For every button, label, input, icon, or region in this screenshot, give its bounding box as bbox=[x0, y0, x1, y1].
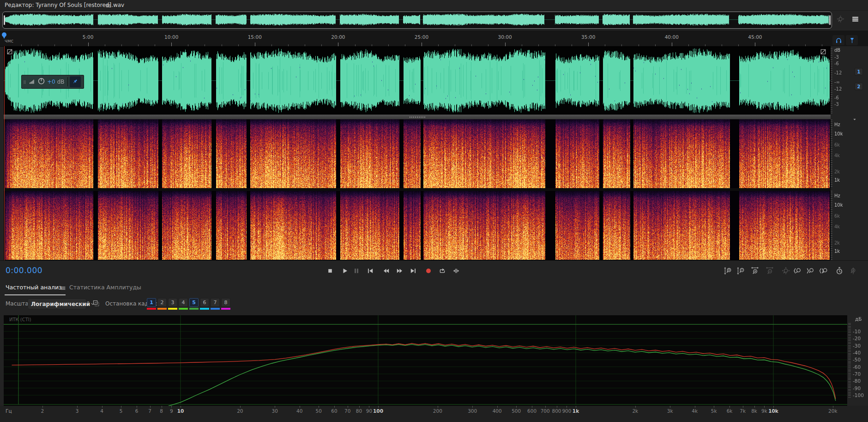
waveform-spectral-splitter[interactable] bbox=[4, 115, 831, 119]
amplitude-unit-label: dB bbox=[834, 48, 840, 53]
hold-frame-2-button[interactable]: 2 bbox=[157, 298, 167, 307]
gain-value[interactable]: +0 bbox=[47, 79, 55, 85]
x-tick bbox=[102, 406, 102, 408]
playhead-marker[interactable] bbox=[2, 32, 7, 40]
zoom-full-button[interactable] bbox=[848, 265, 859, 276]
hold-frame-4-button[interactable]: 4 bbox=[179, 298, 188, 307]
hold-frame-5-button[interactable]: 5 bbox=[189, 298, 199, 307]
hold-frame-6-button[interactable]: 6 bbox=[200, 298, 209, 307]
pin-hud-button[interactable] bbox=[70, 76, 81, 87]
skip-to-end-button[interactable] bbox=[408, 265, 419, 276]
layout-button[interactable] bbox=[850, 14, 861, 25]
title-bar: Редактор: Tyranny Of Souls [restored].wa… bbox=[0, 0, 868, 11]
zoom-reset-button[interactable] bbox=[835, 14, 846, 25]
spectrogram-channel-2[interactable] bbox=[4, 191, 831, 260]
spectral-menu-button[interactable] bbox=[852, 115, 857, 124]
scale-dropdown[interactable]: Логарифмический bbox=[28, 299, 86, 309]
x-tick-label: 2k bbox=[627, 408, 644, 414]
zoom-in-vertical-button[interactable] bbox=[723, 265, 734, 276]
hold-frame-1-button[interactable]: 1 bbox=[147, 298, 156, 307]
zoom-out-horizontal-button[interactable] bbox=[764, 265, 775, 276]
timeline-ruler[interactable]: чмс 5:0010:0015:0020:0025:0030:0035:0040… bbox=[0, 31, 868, 47]
navigator-right-handle[interactable] bbox=[829, 15, 831, 25]
frequency-scale-label: 6k bbox=[834, 214, 840, 219]
pin-tool-button[interactable] bbox=[846, 35, 858, 45]
layout-icon bbox=[851, 15, 859, 23]
zoom-reset-button[interactable] bbox=[780, 265, 791, 276]
x-tick-label: 300 bbox=[464, 408, 481, 414]
amplitude-scale-label: -12 bbox=[834, 70, 842, 75]
triangle-down-icon bbox=[852, 116, 857, 122]
zoom-out-point-button[interactable] bbox=[805, 265, 816, 276]
hold-frame-color-swatch bbox=[189, 308, 199, 310]
hold-frame-8-button[interactable]: 8 bbox=[221, 298, 230, 307]
y-tick-label: -60 bbox=[853, 364, 861, 370]
frequency-analysis-plot[interactable]: ИТК (СТI) bbox=[4, 315, 847, 406]
stop-button[interactable] bbox=[325, 265, 336, 276]
tab-menu-button[interactable] bbox=[60, 284, 66, 293]
zoom-in-point-button[interactable] bbox=[792, 265, 803, 276]
hold-frame-7-button[interactable]: 7 bbox=[211, 298, 220, 307]
x-tick bbox=[359, 406, 360, 408]
x-tick-label: 3k bbox=[662, 408, 678, 414]
x-tick-label: 2 bbox=[34, 408, 51, 414]
spectrogram-channel-1[interactable] bbox=[4, 119, 831, 188]
timer-button[interactable] bbox=[834, 265, 845, 276]
navigator-left-handle[interactable] bbox=[4, 15, 5, 25]
time-display[interactable]: 0:00.000 bbox=[6, 266, 42, 275]
loop-playback-button[interactable] bbox=[437, 265, 448, 276]
plot-overlay-label: ИТК (СТI) bbox=[9, 317, 31, 322]
divider bbox=[67, 77, 68, 86]
copy-graph-button[interactable] bbox=[90, 299, 101, 309]
zoom-out-vertical-button[interactable] bbox=[735, 265, 747, 276]
playhead-line bbox=[4, 46, 5, 260]
x-tick bbox=[334, 406, 335, 408]
skip-end-icon bbox=[410, 267, 417, 275]
zoom-in-horizontal-button[interactable] bbox=[749, 265, 760, 276]
x-tick bbox=[240, 406, 241, 408]
record-button[interactable] bbox=[423, 265, 434, 276]
x-tick bbox=[695, 406, 695, 408]
overview-waveform[interactable] bbox=[4, 13, 830, 26]
drag-grip-icon[interactable] bbox=[23, 78, 27, 86]
x-tick bbox=[497, 406, 498, 408]
channel-2-button[interactable]: 2 bbox=[855, 83, 863, 90]
corner-handle-icon[interactable] bbox=[820, 48, 827, 55]
skip-selection-button[interactable] bbox=[451, 265, 462, 276]
x-tick bbox=[472, 406, 473, 408]
ruler-tick bbox=[588, 43, 589, 46]
tab-frequency-analysis[interactable]: Частотный анализ bbox=[6, 284, 62, 291]
play-button[interactable] bbox=[339, 265, 350, 276]
x-axis-unit: Гц bbox=[6, 408, 12, 414]
skip-to-start-button[interactable] bbox=[365, 265, 376, 276]
channel-1-button[interactable]: 1 bbox=[855, 68, 863, 75]
y-tick-label: -50 bbox=[853, 357, 861, 362]
gain-knob-icon[interactable] bbox=[37, 77, 45, 87]
hold-frame-3-button[interactable]: 3 bbox=[168, 298, 177, 307]
zoom-selection-button[interactable] bbox=[818, 265, 829, 276]
x-tick-label: 30 bbox=[266, 408, 283, 414]
x-tick-label: 5k bbox=[705, 408, 722, 414]
pause-button[interactable] bbox=[351, 265, 362, 276]
x-tick bbox=[670, 406, 670, 408]
frequency-scale-label: 4k bbox=[834, 153, 840, 158]
x-tick bbox=[438, 406, 438, 408]
splitter-grip[interactable] bbox=[410, 116, 425, 118]
rewind-button[interactable] bbox=[380, 265, 392, 276]
headphones-button[interactable] bbox=[832, 35, 844, 45]
panel-menu-button[interactable] bbox=[105, 2, 111, 11]
gain-hud[interactable]: +0 dB bbox=[21, 75, 84, 89]
corner-handle-icon[interactable] bbox=[6, 48, 13, 55]
x-tick bbox=[319, 406, 319, 408]
ruler-tick bbox=[755, 43, 755, 46]
x-tick bbox=[516, 406, 517, 408]
scale-value: Логарифмический bbox=[31, 301, 90, 307]
fast-forward-button[interactable] bbox=[394, 265, 405, 276]
tab-amplitude-statistics[interactable]: Статистика Амплитуды bbox=[69, 284, 141, 291]
overview-navigator[interactable] bbox=[2, 12, 832, 29]
hold-frame-color-swatch bbox=[179, 308, 188, 310]
zoom-in-vertical-icon bbox=[724, 267, 732, 275]
amplitude-scale-label: -6 bbox=[834, 61, 839, 66]
pause-icon bbox=[353, 267, 360, 275]
main-waveform[interactable] bbox=[4, 47, 831, 115]
